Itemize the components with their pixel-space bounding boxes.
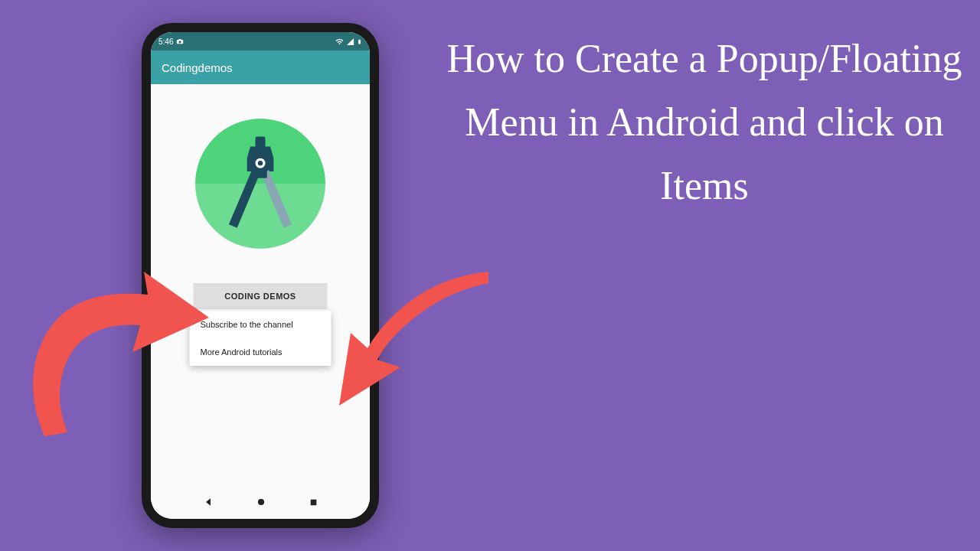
- android-studio-logo: [195, 119, 325, 249]
- svg-rect-5: [310, 500, 316, 506]
- compass-icon: [211, 132, 310, 231]
- thumbnail-title: How to Create a Popup/Floating Menu in A…: [444, 27, 965, 218]
- svg-rect-3: [253, 169, 266, 178]
- app-title: Codingdemos: [162, 61, 233, 74]
- battery-icon: [357, 37, 362, 46]
- status-bar: 5:46: [151, 32, 370, 51]
- popup-item-more-tutorials[interactable]: More Android tutorials: [190, 338, 332, 366]
- phone-screen: 5:46 Codingdemos: [151, 32, 370, 519]
- camera-icon: [176, 37, 184, 45]
- popup-item-label: Subscribe to the channel: [201, 320, 293, 329]
- popup-item-label: More Android tutorials: [201, 347, 283, 357]
- recents-icon[interactable]: [309, 497, 318, 510]
- button-label: CODING DEMOS: [224, 292, 296, 301]
- status-right: [335, 37, 362, 46]
- home-icon[interactable]: [256, 497, 266, 510]
- coding-demos-button[interactable]: CODING DEMOS: [194, 283, 328, 309]
- back-icon[interactable]: [203, 497, 214, 510]
- popup-item-subscribe[interactable]: Subscribe to the channel: [190, 311, 332, 338]
- phone-frame: 5:46 Codingdemos: [142, 23, 379, 528]
- content-area: CODING DEMOS Subscribe to the channel Mo…: [151, 84, 370, 488]
- app-bar: Codingdemos: [151, 51, 370, 84]
- navigation-bar: [151, 488, 370, 519]
- svg-point-4: [257, 499, 263, 505]
- status-left: 5:46: [158, 37, 184, 46]
- popup-menu: Subscribe to the channel More Android tu…: [190, 311, 332, 366]
- svg-point-2: [258, 161, 263, 166]
- status-time: 5:46: [158, 37, 173, 46]
- signal-icon: [346, 37, 354, 46]
- wifi-icon: [335, 37, 344, 46]
- svg-rect-0: [256, 136, 266, 148]
